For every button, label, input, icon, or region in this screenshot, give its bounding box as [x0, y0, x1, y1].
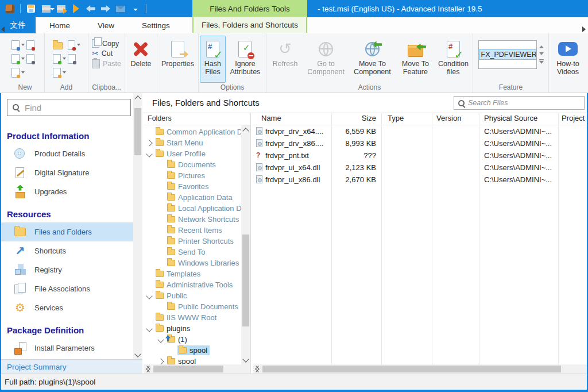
tree-item[interactable]: spool [144, 356, 241, 364]
ribbon-scroll-left-button[interactable] [0, 25, 6, 33]
scroll-right-button[interactable] [144, 364, 153, 374]
collapse-arrow-icon[interactable] [157, 336, 164, 343]
search-files-input[interactable] [467, 98, 584, 107]
collapse-arrow-icon[interactable] [146, 293, 152, 299]
move-to-component-button[interactable]: Move To Component [349, 36, 396, 83]
sidebar-item-registry[interactable]: Registry [0, 260, 133, 279]
tree-item[interactable]: Pictures [144, 171, 241, 182]
sidebar-item-files-and-folders[interactable]: Files and Folders [0, 222, 133, 241]
delete-button[interactable]: Delete [130, 36, 152, 83]
tree-item[interactable]: Administrative Tools [144, 280, 241, 291]
collapse-arrow-icon[interactable] [146, 325, 152, 332]
qat-rebuild-button[interactable] [55, 2, 67, 15]
tree-item[interactable]: Common Application Data [144, 127, 241, 138]
tree-item[interactable]: Documents [144, 160, 241, 171]
tree-item[interactable]: (1) [144, 335, 241, 345]
tree-item[interactable]: Start Menu [144, 138, 241, 149]
tree-item[interactable]: Application Data [144, 193, 241, 203]
tree-vertical-scrollbar[interactable] [241, 125, 250, 364]
column-header-physical-source[interactable]: Physical Source [484, 114, 537, 122]
add-folder-button[interactable] [53, 40, 68, 49]
hash-files-button[interactable]: #✓ Hash Files [200, 36, 226, 83]
qat-send-feedback-button[interactable] [115, 2, 126, 15]
properties-button[interactable]: Properties [161, 36, 195, 83]
sidebar-item-digital-signature[interactable]: Digital Signature [0, 163, 133, 182]
qat-app-logo-button[interactable] [4, 2, 16, 15]
column-header-version[interactable]: Version [436, 114, 461, 122]
condition-files-button[interactable]: #✓ Condition files [435, 36, 471, 83]
cut-button[interactable]: ✂Cut [92, 49, 121, 57]
qat-navigate-forward-button[interactable] [100, 2, 111, 15]
add-file-reference-button[interactable] [68, 40, 80, 50]
tab-view[interactable]: View [84, 17, 128, 33]
search-files-box[interactable] [454, 96, 585, 110]
add-temporary-file-button[interactable] [53, 68, 68, 78]
files-horizontal-scrollbar[interactable] [253, 364, 587, 374]
refresh-button[interactable]: ↺ Refresh [268, 36, 303, 83]
sidebar-scrollbar[interactable] [133, 93, 142, 359]
expand-arrow-icon[interactable] [146, 140, 152, 146]
qat-save-button[interactable] [25, 2, 37, 15]
sidebar-item-product-details[interactable]: Product Details [0, 144, 133, 163]
qat-customize-toolbar-button[interactable] [130, 2, 141, 15]
new-code-file-button[interactable] [26, 54, 39, 64]
column-header-project[interactable]: Project [562, 114, 585, 122]
move-to-feature-button[interactable]: Move To Feature [396, 36, 435, 83]
tree-item[interactable]: User Profile [144, 149, 241, 160]
scroll-down-button[interactable] [133, 350, 142, 359]
add-component-button[interactable] [68, 54, 80, 64]
tree-item[interactable]: Windows Libraries [144, 258, 241, 269]
scrollbar-thumb[interactable] [262, 366, 561, 372]
qat-run-button[interactable] [70, 2, 82, 15]
sidebar-item-install-parameters[interactable]: Install Parameters [0, 339, 133, 358]
feature-selected-item[interactable]: FX_PDFVIEWER [479, 49, 536, 60]
tree-item[interactable]: Favorites [144, 182, 241, 193]
sidebar-item-services[interactable]: Services [0, 298, 133, 317]
sidebar-item-shortcuts[interactable]: Shortcuts [0, 241, 133, 260]
copy-button[interactable]: Copy [92, 39, 121, 48]
tab-home[interactable]: Home [36, 17, 84, 33]
tree-item[interactable]: Public Documents [144, 302, 241, 313]
find-input[interactable] [24, 102, 130, 113]
ribbon-scroll-right-button[interactable] [581, 25, 587, 33]
scrollbar-thumb[interactable] [153, 366, 223, 372]
scrollbar-thumb[interactable] [242, 235, 249, 326]
tree-item[interactable]: Network Shortcuts [144, 214, 241, 225]
add-files-stack-button[interactable] [53, 54, 68, 64]
sidebar-item-upgrades[interactable]: Upgrades [0, 182, 133, 201]
scroll-up-button[interactable] [241, 125, 250, 134]
tree-item[interactable]: Printer Shortcuts [144, 236, 241, 247]
feature-scroll-bottom-icon[interactable] [539, 59, 544, 64]
table-row[interactable]: ?frdvpr_pnt.txt???C:\Users\ADMINI~... [253, 149, 587, 162]
table-row[interactable]: frdvpr_ui_x86.dll2,670 KBC:\Users\ADMINI… [253, 174, 587, 186]
tree-item[interactable]: Local Application Data [144, 203, 241, 214]
tree-item[interactable]: IIS WWW Root [144, 313, 241, 324]
feature-listbox[interactable]: FX_PDFVIEWER [478, 40, 537, 69]
scrollbar-thumb[interactable] [134, 108, 141, 155]
tree-item[interactable]: Send To [144, 247, 241, 258]
tree-item[interactable]: spool [144, 345, 241, 356]
scroll-up-button[interactable] [133, 93, 142, 102]
column-header-type[interactable]: Type [388, 114, 404, 122]
new-text-file-button[interactable] [11, 40, 26, 50]
scroll-right-button[interactable] [253, 364, 262, 374]
tree-item[interactable]: plugins [144, 324, 241, 335]
new-script-file-button[interactable] [26, 40, 39, 50]
feature-scroll-down-icon[interactable] [539, 52, 544, 55]
new-misc-file-button[interactable] [11, 68, 26, 78]
table-row[interactable]: frdvpr_drv_x86....8,993 KBC:\Users\ADMIN… [253, 137, 587, 149]
paste-button[interactable]: Paste [92, 59, 121, 68]
column-header-name[interactable]: Name [261, 114, 281, 122]
how-to-videos-button[interactable]: How-to Videos [550, 36, 586, 83]
column-header-size[interactable]: Size [333, 114, 376, 122]
collapse-arrow-icon[interactable] [146, 151, 152, 157]
ignore-attributes-button[interactable]: ✓ Ignore Attributes [226, 36, 265, 83]
tree-item[interactable]: Recent Items [144, 225, 241, 236]
qat-build-button[interactable] [40, 2, 52, 15]
new-add-file-button[interactable] [11, 54, 26, 64]
go-to-component-button[interactable]: Go to Component [303, 36, 349, 83]
feature-scroll-up-icon[interactable] [539, 45, 544, 48]
tab-files-folders-shortcuts[interactable]: Files, Folders and Shortcuts [192, 17, 307, 33]
sidebar-item-file-associations[interactable]: File Associations [0, 279, 133, 298]
qat-navigate-back-button[interactable] [85, 2, 96, 15]
